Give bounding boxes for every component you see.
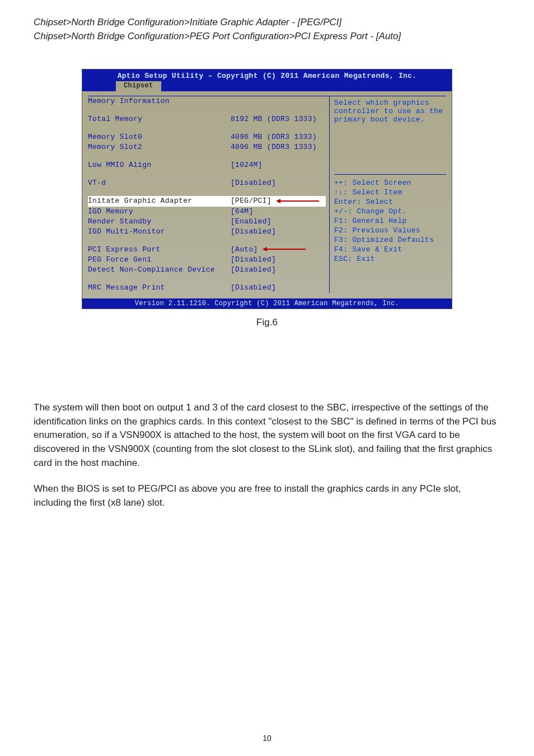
bios-setting-row: VT-d[Disabled] (88, 178, 326, 188)
bios-setting-label: Initate Graphic Adapter (88, 196, 231, 206)
bios-setting-label: IGD Multi-Monitor (88, 227, 231, 237)
bios-setting-label: PEG Force Gen1 (88, 255, 231, 265)
bios-key-line: ++: Select Screen (334, 178, 446, 188)
bios-key-line: ESC: Exit (334, 254, 446, 264)
bios-row-gap (88, 152, 326, 160)
bios-key-line: F1: General Help (334, 216, 446, 226)
bios-settings-pane: Memory InformationTotal Memory8192 MB (D… (88, 96, 329, 293)
bios-screenshot: Aptio Setup Utility – Copyright (C) 2011… (82, 69, 452, 309)
bios-help-text: Select which graphics controller to use … (334, 96, 446, 124)
bios-tab-chipset: Chipset (116, 81, 161, 91)
bios-setting-row: Memory Slot04096 MB (DDR3 1333) (88, 132, 326, 142)
bios-tab-row: Chipset (82, 81, 452, 91)
bios-key-line: +/-: Change Opt. (334, 207, 446, 216)
bios-row-gap (88, 188, 326, 196)
bios-setting-row: Initate Graphic Adapter[PEG/PCI] (88, 196, 326, 206)
bios-row-gap (88, 237, 326, 245)
bios-key-line: Enter: Select (334, 197, 446, 207)
bios-key-line: F3: Optimized Defaults (334, 235, 446, 245)
bios-setting-row: IGD Multi-Monitor[Disabled] (88, 227, 326, 237)
body-paragraph-2: When the BIOS is set to PEG/PCI as above… (34, 482, 500, 510)
bios-key-line: F2: Previous Values (334, 226, 446, 235)
bios-setting-value: 4096 MB (DDR3 1333) (231, 142, 326, 152)
bios-header: Aptio Setup Utility – Copyright (C) 2011… (82, 69, 452, 81)
bios-setting-row: IGD Memory[64M] (88, 207, 326, 217)
bios-setting-value: [Disabled] (231, 255, 326, 265)
bios-setting-row: PEG Force Gen1[Disabled] (88, 255, 326, 265)
bios-setting-value (231, 96, 326, 106)
bios-setting-label: Render Standby (88, 217, 231, 227)
bios-setting-value: [Enabled] (231, 217, 326, 227)
bios-row-gap (88, 106, 326, 114)
bios-setting-label: Low MMIO Align (88, 160, 231, 170)
breadcrumb-line-2: Chipset>North Bridge Configuration>PEG P… (34, 31, 401, 41)
bios-row-gap (88, 124, 326, 132)
page-number: 10 (0, 734, 534, 743)
bios-row-gap (88, 170, 326, 178)
bios-setting-value: [PEG/PCI] (231, 196, 326, 206)
bios-setting-row: Memory Slot24096 MB (DDR3 1333) (88, 142, 326, 152)
bios-key-line: ↑↓: Select Item (334, 188, 446, 197)
bios-setting-value: [Disabled] (231, 178, 326, 188)
breadcrumb: Chipset>North Bridge Configuration>Initi… (34, 16, 500, 43)
bios-key-legend: ++: Select Screen↑↓: Select ItemEnter: S… (334, 178, 446, 264)
bios-footer: Version 2.11.1210. Copyright (C) 2011 Am… (82, 298, 452, 309)
bios-setting-value: 4096 MB (DDR3 1333) (231, 132, 326, 142)
bios-setting-row: Total Memory8192 MB (DDR3 1333) (88, 114, 326, 124)
bios-key-line: F4: Save & Exit (334, 245, 446, 254)
bios-setting-value: [Disabled] (231, 227, 326, 237)
bios-setting-row: Low MMIO Align[1024M] (88, 160, 326, 170)
bios-setting-label: Memory Slot2 (88, 142, 231, 152)
bios-row-gap (88, 275, 326, 283)
bios-setting-value: [Disabled] (231, 265, 326, 275)
bios-setting-value: [64M] (231, 207, 326, 217)
document-page: Chipset>North Bridge Configuration>Initi… (0, 0, 534, 756)
callout-arrow-icon (276, 196, 319, 206)
callout-arrow-icon (263, 245, 306, 255)
bios-setting-row: Detect Non-Compliance Device[Disabled] (88, 265, 326, 275)
bios-setting-label: Memory Information (88, 96, 231, 106)
bios-setting-label: Total Memory (88, 114, 231, 124)
bios-setting-value: [Disabled] (231, 283, 326, 293)
bios-setting-value: [1024M] (231, 160, 326, 170)
bios-setting-label: MRC Message Print (88, 283, 231, 293)
bios-setting-label: Memory Slot0 (88, 132, 231, 142)
bios-setting-label: VT-d (88, 178, 231, 188)
bios-setting-value: 8192 MB (DDR3 1333) (231, 114, 326, 124)
bios-help-separator (334, 174, 446, 175)
bios-help-pane: Select which graphics controller to use … (329, 96, 446, 293)
bios-setting-row: PCI Express Port[Auto] (88, 245, 326, 255)
breadcrumb-line-1: Chipset>North Bridge Configuration>Initi… (34, 17, 341, 27)
bios-setting-row: MRC Message Print[Disabled] (88, 283, 326, 293)
bios-setting-row: Memory Information (88, 96, 326, 106)
figure-caption: Fig.6 (34, 317, 500, 328)
bios-setting-row: Render Standby[Enabled] (88, 217, 326, 227)
bios-setting-label: PCI Express Port (88, 245, 231, 255)
bios-body: Memory InformationTotal Memory8192 MB (D… (82, 91, 452, 298)
bios-setting-label: IGD Memory (88, 207, 231, 217)
bios-setting-value: [Auto] (231, 245, 326, 255)
bios-setting-label: Detect Non-Compliance Device (88, 265, 231, 275)
body-paragraph-1: The system will then boot on output 1 an… (34, 401, 500, 470)
